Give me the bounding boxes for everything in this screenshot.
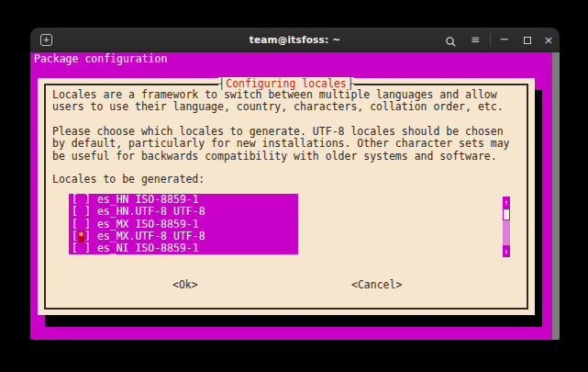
terminal-scrollbar[interactable] [551,52,560,340]
minimize-button[interactable]: − [497,33,512,48]
locale-label: es_NI ISO-8859-1 [97,242,199,254]
checkbox-bracket: ] [84,230,91,242]
ok-button[interactable]: <Ok> [172,279,198,291]
configuring-locales-dialog: ┤Configuring locales├ Locales are a fram… [38,78,535,315]
checkbox-bracket: [ [72,193,78,206]
checklist-item-es-hn-iso[interactable]: [ ]es_HN ISO-8859-1 [69,194,298,206]
scrollbar-track[interactable] [503,220,510,245]
terminal-window: + team@itsfoss: ~ ≡ − × Package configur… [30,28,560,340]
checkbox-bracket: [ [72,218,78,231]
scrollbar-thumb[interactable] [503,209,510,220]
checklist-scrollbar[interactable]: ↑ ↓ [503,197,510,257]
checkbox-bracket: ] [84,193,91,206]
locale-label: es_MX ISO-8859-1 [97,218,199,231]
checkbox-mark[interactable] [78,219,84,231]
checkbox-bracket: [ [72,242,78,254]
hamburger-menu-icon[interactable]: ≡ [468,33,483,48]
checkbox-bracket: ] [84,205,91,218]
titlebar: + team@itsfoss: ~ ≡ − × [30,28,560,52]
locale-label: es_HN ISO-8859-1 [97,193,199,206]
dialog-paragraph-1: Locales are a framework to switch betwee… [52,89,504,114]
checkbox-bracket: ] [84,242,91,254]
scrollbar-up-arrow-icon[interactable]: ↑ [503,197,510,209]
locales-checklist[interactable]: [ ]es_HN ISO-8859-1 [ ]es_HN.UTF-8 UTF-8… [69,194,298,254]
checklist-item-es-hn-utf8[interactable]: [ ]es_HN.UTF-8 UTF-8 [69,206,298,218]
cancel-button[interactable]: <Cancel> [351,279,402,291]
locale-label: es_MX.UTF-8 UTF-8 [97,230,205,242]
checklist-item-es-ni-iso[interactable]: [ ]es_NI ISO-8859-1 [69,242,298,254]
dialog-paragraph-2: Please choose which locales to generate.… [52,126,510,163]
checkbox-mark-cursor[interactable]: * [78,231,84,242]
checkbox-bracket: ] [84,218,91,231]
checklist-item-es-mx-utf8[interactable]: [*]es_MX.UTF-8 UTF-8 [69,231,298,242]
titlebar-separator [490,34,491,46]
checkbox-mark[interactable] [78,194,84,206]
checkbox-mark[interactable] [78,242,84,254]
locale-label: es_HN.UTF-8 UTF-8 [97,205,205,218]
search-icon[interactable] [443,34,458,49]
terminal-screen: Package configuration ┤Configuring local… [30,52,560,340]
checkbox-bracket: [ [72,205,78,218]
maximize-button[interactable] [520,33,535,48]
locales-prompt-label: Locales to be generated: [52,174,205,186]
checkbox-mark[interactable] [78,206,84,218]
scrollbar-down-arrow-icon[interactable]: ↓ [503,245,510,257]
close-button[interactable]: × [541,33,556,48]
checklist-item-es-mx-iso[interactable]: [ ]es_MX ISO-8859-1 [69,219,298,231]
checkbox-bracket: [ [72,230,78,242]
package-configuration-header: Package configuration [34,53,167,65]
